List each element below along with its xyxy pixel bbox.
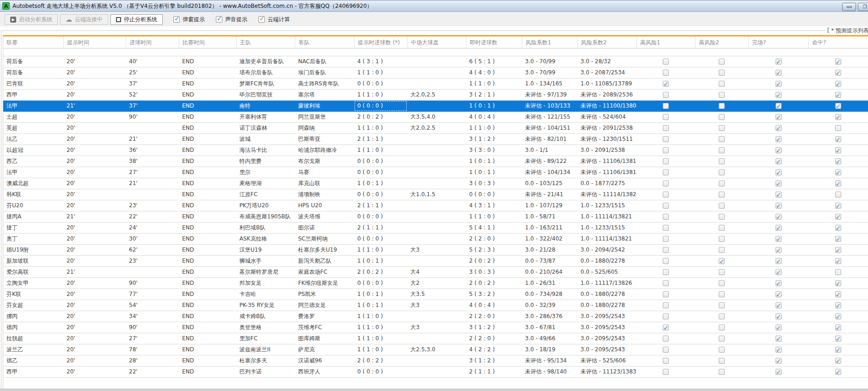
hit-checkbox[interactable]: ✓: [835, 136, 841, 142]
finished-checkbox[interactable]: ✓: [776, 336, 782, 342]
table-row[interactable]: 以超冠20'36'END海法马卡比哈浦尔耶路撒冷1 ( 1 : 0 )3 ( 3…: [3, 145, 868, 156]
table-row[interactable]: 德丙20'90'END奥登堡格茨维考FC1 ( 1 : 0 )大33 ( 1 :…: [3, 322, 868, 333]
high-risk1-checkbox[interactable]: [663, 59, 669, 65]
table-row[interactable]: 芬U2020'23'ENDPK万塔U20HPS U202 ( 1 : 1 )4 …: [3, 200, 868, 211]
table-row[interactable]: 土超20'90'END开塞利体育阿兰亚斯堡2 ( 0 : 2 )大3.5,4.0…: [3, 112, 868, 123]
high-risk1-checkbox[interactable]: [663, 236, 669, 242]
high-risk2-checkbox[interactable]: [719, 125, 725, 131]
hit-checkbox[interactable]: ✓: [835, 291, 841, 297]
finished-checkbox[interactable]: ✓: [776, 214, 782, 220]
hit-checkbox[interactable]: ✓: [835, 325, 841, 331]
high-risk2-checkbox[interactable]: [719, 147, 725, 153]
finished-checkbox[interactable]: ✓: [776, 358, 782, 364]
table-row[interactable]: 英超20'END诺丁汉森林阿森纳1 ( 1 : 0 )大2.0,2.51 ( 1…: [3, 123, 868, 134]
cloud-compute-checkbox[interactable]: ✓: [258, 16, 265, 23]
high-risk1-checkbox[interactable]: [663, 358, 669, 364]
high-risk1-checkbox[interactable]: [663, 192, 669, 198]
high-risk2-checkbox[interactable]: [719, 103, 725, 109]
high-risk1-checkbox[interactable]: [663, 313, 669, 319]
high-risk1-checkbox[interactable]: [663, 203, 669, 209]
high-risk2-checkbox[interactable]: [719, 192, 725, 198]
hit-checkbox[interactable]: ✓: [835, 225, 841, 231]
high-risk1-checkbox[interactable]: [663, 125, 669, 131]
hit-checkbox[interactable]: ✓: [835, 103, 841, 109]
col-header-high-risk2[interactable]: 高风险2: [695, 36, 748, 48]
high-risk2-checkbox[interactable]: [719, 347, 725, 353]
high-risk1-checkbox[interactable]: [663, 269, 669, 275]
table-row[interactable]: 西甲20'22'END巴列卡诺西班牙人0 ( 0 : 0 )2 ( 1 : 1 …: [3, 367, 868, 378]
table-row[interactable]: 德U19附20'62'END汉堡U19杜塞尔多夫U191 ( 1 : 0 )大3…: [3, 245, 868, 256]
high-risk2-checkbox[interactable]: [719, 291, 725, 297]
finished-checkbox[interactable]: ✓: [776, 247, 782, 253]
high-risk2-checkbox[interactable]: [719, 180, 725, 186]
high-risk1-checkbox[interactable]: [663, 214, 669, 220]
table-row[interactable]: 荷后备20'40'END迪加史卓普后备队NAC后备队4 ( 3 : 1 )6 (…: [3, 56, 868, 67]
high-risk1-checkbox[interactable]: [663, 92, 669, 98]
finished-checkbox[interactable]: ✓: [776, 103, 782, 109]
finished-checkbox[interactable]: ✓: [776, 236, 782, 242]
finished-checkbox[interactable]: ✓: [776, 203, 782, 209]
high-risk2-checkbox[interactable]: [719, 325, 725, 331]
table-row[interactable]: 巴青联20'37'END梦斯FC青年队高士路RS青年队0 ( 0 : 0 )1 …: [3, 78, 868, 90]
stop-analysis-button[interactable]: 停止分析系统: [110, 14, 163, 25]
high-risk2-checkbox[interactable]: [719, 302, 725, 308]
table-row[interactable]: 法甲21'37'END南特蒙彼利埃0 ( 0 : 0 )1 ( 0 : 1 )未…: [3, 101, 868, 112]
minimize-button[interactable]: [842, 3, 856, 11]
hit-checkbox[interactable]: ✓: [835, 158, 841, 164]
high-risk1-checkbox[interactable]: ✓: [663, 325, 669, 331]
high-risk2-checkbox[interactable]: [719, 247, 725, 253]
table-row[interactable]: 西甲20'52'END毕尔巴鄂竞技塞尔塔1 ( 1 : 0 )大2.0,2.53…: [3, 90, 868, 101]
hit-checkbox[interactable]: ✓: [835, 358, 841, 364]
high-risk1-checkbox[interactable]: [663, 336, 669, 342]
table-row[interactable]: 挪丙20'34'END咸卡姆B队费洛罗1 ( 1 : 0 )2 ( 2 : 0 …: [3, 311, 868, 322]
finished-checkbox[interactable]: ✓: [776, 125, 782, 131]
hit-checkbox[interactable]: ✓: [835, 81, 841, 87]
col-header-live-goals[interactable]: 即时进球数: [466, 36, 522, 48]
col-header-home[interactable]: 主队: [236, 36, 295, 48]
table-row[interactable]: 法乙20'21'END波城巴斯蒂亚2 ( 1 : 1 )3 ( 1 : 2 )未…: [3, 134, 868, 145]
hit-checkbox[interactable]: ✓: [835, 369, 841, 375]
high-risk1-checkbox[interactable]: [663, 169, 669, 175]
high-risk1-checkbox[interactable]: [663, 302, 669, 308]
col-header-hit[interactable]: 命中?: [808, 36, 868, 48]
cloud-connecting-button[interactable]: ☁ 云端连接中: [60, 14, 108, 25]
hit-checkbox[interactable]: ✓: [835, 336, 841, 342]
finished-checkbox[interactable]: ✓: [776, 258, 782, 264]
finished-checkbox[interactable]: ✓: [776, 136, 782, 142]
table-row[interactable]: 新加坡联20'23'END狮城水手新泻天鹅乙队1 ( 0 : 1 )2 ( 0 …: [3, 256, 868, 267]
sound-alert-checkbox[interactable]: ✓: [216, 16, 222, 23]
high-risk2-checkbox[interactable]: [719, 269, 725, 275]
col-header-tip-goals[interactable]: 提示时进球数 (*): [354, 36, 407, 48]
finished-checkbox[interactable]: ✓: [776, 313, 782, 319]
high-risk1-checkbox[interactable]: [663, 247, 669, 253]
finished-checkbox[interactable]: ✓: [776, 114, 782, 120]
col-header-league[interactable]: 联赛: [3, 36, 63, 48]
high-risk2-checkbox[interactable]: [719, 169, 725, 175]
table-row[interactable]: 芬K联20'77'END卡吉哈PS凯米1 ( 0 : 1 )大3.55 ( 3 …: [3, 289, 868, 300]
finished-checkbox[interactable]: ✓: [776, 280, 782, 286]
high-risk1-checkbox[interactable]: [663, 158, 669, 164]
high-risk1-checkbox[interactable]: [663, 280, 669, 286]
high-risk2-checkbox[interactable]: [719, 81, 725, 87]
table-row[interactable]: 奥丁20'30'ENDASK克拉格SC兰斯柯纳0 ( 0 : 0 )2 ( 2 …: [3, 234, 868, 245]
high-risk2-checkbox[interactable]: [719, 369, 725, 375]
high-risk2-checkbox[interactable]: [719, 70, 725, 76]
hit-checkbox[interactable]: ✓: [835, 313, 841, 319]
hit-checkbox[interactable]: ✓: [835, 302, 841, 308]
hit-checkbox[interactable]: ✓: [835, 236, 841, 242]
finished-checkbox[interactable]: ✓: [776, 158, 782, 164]
high-risk1-checkbox[interactable]: [663, 291, 669, 297]
table-row[interactable]: 捷丙A21'22'END布咸美恩斯1905B队波夫塔维0 ( 0 : 0 )1 …: [3, 211, 868, 223]
hit-checkbox[interactable]: ✓: [835, 347, 841, 353]
table-row[interactable]: 芬女超20'54'ENDPK-35 RY女足阿兰德女足1 ( 0 : 1 )大3…: [3, 300, 868, 311]
start-analysis-button[interactable]: ▶ 启动分析系统: [5, 14, 58, 25]
table-row[interactable]: 爱尔高联21'END基尔斯特罗唐尼家庭农场FC2 ( 0 : 2 )大43 ( …: [3, 267, 868, 278]
hit-checkbox[interactable]: ✓: [835, 247, 841, 253]
hit-checkbox[interactable]: ✓: [835, 169, 841, 175]
high-risk2-checkbox[interactable]: [719, 313, 725, 319]
table-row[interactable]: 拉脱超20'27'END里加FC图库姆斯1 ( 1 : 0 )2 ( 2 : 0…: [3, 333, 868, 344]
high-risk1-checkbox[interactable]: [663, 114, 669, 120]
table-row[interactable]: 澳威北超20'21'END麦格理湖库克山联1 ( 0 : 1 )3 ( 0 : …: [3, 178, 868, 189]
high-risk1-checkbox[interactable]: [663, 103, 669, 109]
finished-checkbox[interactable]: ✓: [776, 81, 782, 87]
